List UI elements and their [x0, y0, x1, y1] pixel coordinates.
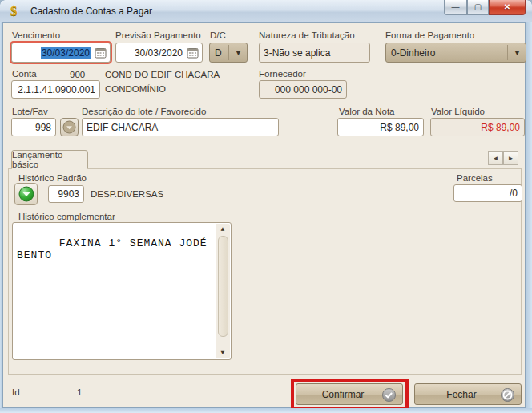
forma-pagamento-value: 0-Dinheiro — [391, 47, 435, 59]
lote-fav-label: Lote/Fav — [12, 107, 48, 116]
parcelas-input[interactable]: /0 — [453, 184, 522, 202]
app-window: $ Cadastro de Contas a Pagar — ▢ ✕ Venci… — [0, 0, 532, 413]
vencimento-label: Vencimento — [12, 30, 60, 40]
close-button[interactable]: ✕ — [489, 0, 526, 15]
valor-nota-input[interactable]: R$ 89,00 — [337, 118, 424, 136]
natureza-tributacao-label: Natureza de Tributação — [259, 30, 355, 40]
descricao-lote-value: EDIF CHACARA — [87, 122, 158, 133]
previsao-pagamento-value: 30/03/2020 — [135, 47, 183, 59]
lote-fav-value: 998 — [35, 122, 51, 133]
cancel-icon — [501, 388, 514, 404]
window-title: Cadastro de Contas a Pagar — [30, 6, 152, 17]
tab-scroll-right-button[interactable]: ► — [503, 151, 518, 165]
fornecedor-field[interactable]: 000 000 000-00 — [259, 80, 347, 99]
confirmar-button[interactable]: Confirmar — [296, 383, 403, 405]
confirmar-label: Confirmar — [322, 389, 365, 400]
tab-label: Lançamento básico — [12, 150, 87, 169]
scroll-up-icon[interactable]: ▲ — [216, 224, 230, 235]
valor-nota-value: R$ 89,00 — [380, 122, 419, 133]
window-frame-right — [526, 22, 532, 413]
historico-padrao-codigo-input[interactable]: 9903 — [48, 185, 84, 203]
id-label: Id — [12, 387, 20, 397]
dc-label: D/C — [210, 30, 226, 40]
id-value: 1 — [77, 387, 82, 397]
minimize-button[interactable]: — — [444, 0, 467, 15]
check-icon — [382, 388, 396, 404]
fornecedor-value: 000 000 000-00 — [275, 84, 342, 95]
valor-liquido-label: Valor Líquido — [431, 107, 485, 116]
valor-liquido-value: R$ 89,00 — [481, 122, 520, 133]
money-icon: $ — [10, 3, 25, 19]
descricao-lote-label: Descrição do lote / Favorecido — [82, 107, 206, 116]
conta-value: 2.1.1.41.0900.001 — [18, 84, 95, 95]
chevron-down-icon: ▼ — [514, 49, 521, 57]
vencimento-input[interactable]: 30/03/2020 — [11, 43, 111, 63]
historico-padrao-lookup-button[interactable] — [14, 183, 38, 205]
calendar-icon[interactable] — [185, 45, 200, 60]
dialog-body: Vencimento 30/03/2020 Previsão Pagamento… — [2, 22, 526, 408]
conta-descricao-linha2: CONDOMÍNIO — [105, 84, 166, 94]
historico-complementar-textarea[interactable]: FAXINA 1° SEMANA JODÉ BENTO ▲ ▼ — [12, 222, 232, 360]
lote-fav-input[interactable]: 998 — [11, 118, 56, 136]
historico-complementar-text: FAXINA 1° SEMANA JODÉ BENTO — [17, 237, 214, 261]
natureza-tributacao-field[interactable]: 3-Não se aplica — [259, 43, 370, 63]
vencimento-value: 30/03/2020 — [41, 47, 91, 59]
title-bar[interactable]: $ Cadastro de Contas a Pagar — ▢ ✕ — [0, 0, 532, 22]
descricao-lote-input[interactable]: EDIF CHACARA — [82, 118, 279, 136]
green-down-icon — [18, 186, 34, 202]
window-frame-left — [0, 22, 2, 413]
historico-padrao-label: Histórico Padrão — [18, 173, 87, 183]
conta-input[interactable]: 2.1.1.41.0900.001 — [11, 80, 100, 99]
maximize-button[interactable]: ▢ — [467, 0, 489, 15]
scroll-down-icon[interactable]: ▼ — [216, 347, 230, 358]
historico-complementar-label: Histórico complementar — [18, 212, 115, 221]
chevron-down-icon: ▼ — [235, 49, 242, 57]
previsao-pagamento-input[interactable]: 30/03/2020 — [115, 43, 203, 63]
natureza-tributacao-value: 3-Não se aplica — [264, 47, 330, 59]
circle-down-icon — [62, 120, 76, 134]
valor-nota-label: Valor da Nota — [339, 107, 394, 116]
dc-value: D — [215, 47, 222, 59]
textarea-scrollbar[interactable]: ▲ ▼ — [216, 224, 230, 358]
fornecedor-label: Fornecedor — [259, 69, 306, 79]
conta-label: Conta — [12, 69, 37, 79]
window-frame-bottom — [0, 408, 532, 413]
calendar-icon[interactable] — [93, 45, 108, 60]
previsao-pagamento-label: Previsão Pagamento — [115, 30, 201, 40]
fechar-label: Fechar — [446, 389, 476, 400]
fechar-button[interactable]: Fechar — [414, 383, 522, 405]
tab-lancamento-basico[interactable]: Lançamento básico — [11, 150, 88, 169]
forma-pagamento-label: Forma de Pagamento — [385, 30, 474, 40]
conta-descricao-linha1: COND DO EDIF CHACARA — [105, 70, 220, 79]
parcelas-label: Parcelas — [457, 173, 493, 183]
conta-codigo: 900 — [70, 70, 85, 79]
parcelas-value: /0 — [510, 188, 518, 199]
lote-lookup-button[interactable] — [60, 118, 79, 136]
dc-dropdown[interactable]: D ▼ — [209, 43, 248, 63]
tab-scroll-left-button[interactable]: ◄ — [488, 151, 503, 165]
valor-liquido-field: R$ 89,00 — [430, 118, 525, 136]
historico-padrao-descricao: DESP.DIVERSAS — [91, 189, 163, 199]
forma-pagamento-dropdown[interactable]: 0-Dinheiro ▼ — [385, 43, 526, 63]
historico-padrao-codigo: 9903 — [58, 188, 79, 200]
scrollbar-thumb[interactable] — [218, 236, 228, 337]
